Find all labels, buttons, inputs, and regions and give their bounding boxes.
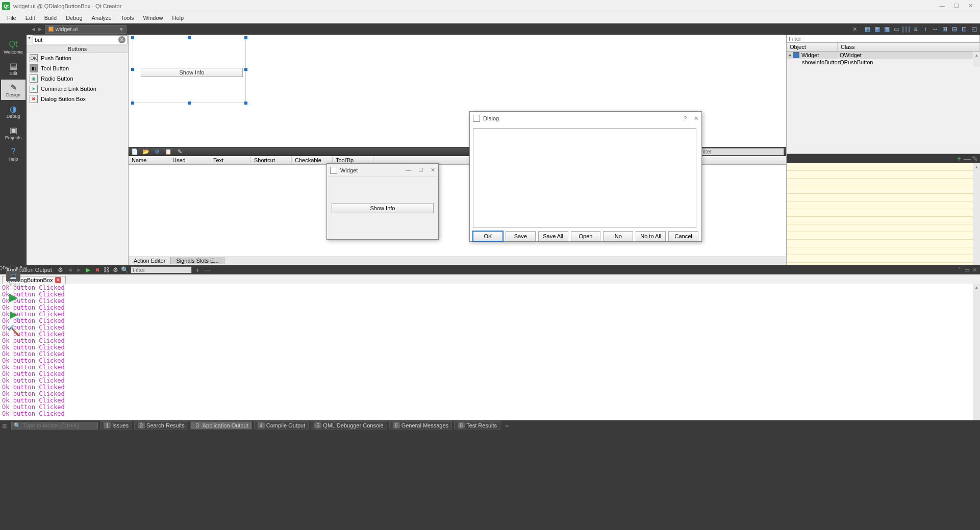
- mode-edit[interactable]: ▤Edit: [1, 58, 26, 79]
- ao-settings-icon[interactable]: ⚙: [57, 266, 64, 273]
- panel-test-results[interactable]: 8Test Results: [454, 421, 500, 430]
- save-button[interactable]: Save: [506, 231, 536, 241]
- no-button[interactable]: No: [603, 231, 633, 241]
- run-button[interactable]: ▶: [9, 291, 18, 304]
- menu-debug[interactable]: Debug: [62, 14, 86, 22]
- ae-icon-open[interactable]: 📂: [142, 147, 150, 156]
- ao-minus-icon[interactable]: —: [203, 266, 210, 273]
- tab-signals-slots[interactable]: Signals Slots E...: [171, 257, 224, 264]
- panel-general-messages[interactable]: 6General Messages: [389, 421, 452, 430]
- sb-toggle-icon[interactable]: ▥: [2, 422, 9, 429]
- close-output-tab-icon[interactable]: ✕: [55, 277, 61, 283]
- mode-help[interactable]: ?Help: [1, 144, 26, 164]
- tool-icon-12[interactable]: ◱: [970, 25, 978, 33]
- mode-debug[interactable]: ◑Debug: [1, 101, 26, 121]
- ao-close-icon[interactable]: ✕: [972, 267, 977, 273]
- mode-design[interactable]: ✎Design: [1, 80, 26, 100]
- ao-run-icon[interactable]: ▶: [85, 266, 92, 273]
- widget-max-icon[interactable]: ☐: [418, 167, 423, 173]
- ao-stop-icon[interactable]: ■: [94, 266, 101, 273]
- dialog-close-icon[interactable]: ✕: [694, 115, 698, 122]
- tool-icon-11[interactable]: ⊡: [960, 25, 968, 33]
- close-file-icon[interactable]: ✕: [852, 26, 857, 33]
- ao-collapse-icon[interactable]: ▭: [964, 267, 969, 273]
- nav-back-icon[interactable]: ◄: [31, 26, 36, 32]
- tab-action-editor[interactable]: Action Editor: [129, 257, 171, 264]
- ao-up-icon[interactable]: ˄: [958, 267, 961, 273]
- ao-prev-icon[interactable]: ◄: [66, 266, 73, 273]
- widgetbox-filter-input[interactable]: [35, 37, 118, 43]
- clear-filter-icon[interactable]: ✕: [118, 36, 125, 43]
- dialog-help-icon[interactable]: ?: [684, 115, 687, 122]
- ao-search-icon[interactable]: 🔍: [121, 266, 129, 273]
- kit-selector[interactable]: 💻: [6, 271, 20, 281]
- locator-input[interactable]: [23, 422, 95, 428]
- prop-remove-icon[interactable]: —: [964, 155, 971, 163]
- tool-icon-5[interactable]: ∣∣∣: [902, 25, 910, 33]
- ao-next-icon[interactable]: ►: [76, 266, 83, 273]
- tree-row-widget[interactable]: ▾Widget QWidget: [787, 52, 980, 59]
- ao-gear-icon[interactable]: ⚙: [112, 266, 119, 273]
- prop-wand-icon[interactable]: ✎: [972, 155, 978, 163]
- open-button[interactable]: Open: [571, 231, 601, 241]
- mode-welcome[interactable]: QtWelcome: [1, 37, 26, 57]
- ae-icon-paste[interactable]: 📋: [164, 147, 172, 156]
- tool-icon-4[interactable]: ▭: [892, 25, 900, 33]
- mode-projects[interactable]: ▣Projects: [1, 122, 26, 143]
- output-console[interactable]: ▴ Ok button ClickedOk button ClickedOk b…: [0, 284, 980, 420]
- save-all-button[interactable]: Save All: [538, 231, 568, 241]
- ae-icon-settings[interactable]: ⚙: [153, 147, 161, 156]
- menu-edit[interactable]: Edit: [21, 14, 39, 22]
- ae-icon-new[interactable]: 📄: [131, 147, 139, 156]
- prop-add-icon[interactable]: ＋: [956, 154, 963, 163]
- menu-tools[interactable]: Tools: [117, 14, 138, 22]
- panels-more-icon[interactable]: ≑: [502, 422, 511, 429]
- ao-filter-input[interactable]: [131, 266, 192, 273]
- ae-icon-wand[interactable]: ✎: [175, 147, 184, 156]
- ao-attach-icon[interactable]: ⛓: [103, 266, 110, 273]
- runtime-widget-window[interactable]: Widget — ☐ ✕ Show Info: [326, 163, 439, 240]
- show-info-button[interactable]: Show Info: [332, 203, 434, 213]
- expand-icon[interactable]: ▾: [789, 53, 791, 58]
- widget-dialog-button-box[interactable]: ✖Dialog Button Box: [27, 94, 128, 104]
- menu-file[interactable]: File: [3, 14, 20, 22]
- panel-issues[interactable]: 1Issues: [100, 421, 132, 430]
- menu-help[interactable]: Help: [168, 14, 188, 22]
- tool-icon-10[interactable]: ⊟: [950, 25, 959, 33]
- tree-row-button[interactable]: showInfoButton QPushButton: [787, 59, 980, 66]
- widget-close-icon[interactable]: ✕: [431, 167, 435, 173]
- inspector-filter-input[interactable]: [787, 35, 980, 43]
- minimize-button[interactable]: —: [939, 3, 945, 9]
- open-file-tab[interactable]: widget.ui ▾: [45, 25, 127, 34]
- tool-icon-7[interactable]: ↕: [921, 25, 929, 33]
- panel-qml-console[interactable]: 5QML Debugger Console: [311, 421, 387, 430]
- widgetbox-dropdown-icon[interactable]: ▾: [27, 35, 32, 45]
- form-widget[interactable]: Show Info: [133, 38, 246, 103]
- widget-tool-button[interactable]: ◧Tool Button: [27, 63, 128, 73]
- file-dropdown-icon[interactable]: ▾: [120, 26, 123, 33]
- show-info-button-design[interactable]: Show Info: [141, 68, 243, 77]
- widget-min-icon[interactable]: —: [406, 167, 411, 173]
- ok-button[interactable]: OK: [473, 231, 503, 241]
- locator[interactable]: 🔍: [11, 422, 98, 430]
- no-to-all-button[interactable]: No to All: [636, 231, 666, 241]
- debug-button[interactable]: ▶●: [10, 308, 17, 320]
- close-button[interactable]: ✕: [968, 3, 973, 9]
- widget-command-link-button[interactable]: ➤Command Link Button: [27, 84, 128, 94]
- panel-app-output[interactable]: 3Application Output: [190, 421, 252, 430]
- widget-push-button[interactable]: OKPush Button: [27, 53, 128, 63]
- tool-icon-9[interactable]: ⊞: [941, 25, 949, 33]
- menu-build[interactable]: Build: [40, 14, 61, 22]
- tool-icon-2[interactable]: ▦: [873, 25, 881, 33]
- panel-search-results[interactable]: 2Search Results: [134, 421, 188, 430]
- runtime-dialog-window[interactable]: Dialog ? ✕ OK Save Save All Open No No t…: [469, 111, 702, 242]
- ae-filter-input[interactable]: [697, 148, 784, 156]
- tool-icon-3[interactable]: ▦: [883, 25, 891, 33]
- tool-icon-6[interactable]: ≡: [912, 25, 920, 33]
- menu-window[interactable]: Window: [139, 14, 167, 22]
- maximize-button[interactable]: ☐: [954, 3, 959, 9]
- ao-plus-icon[interactable]: ＋: [194, 266, 201, 273]
- menu-analyze[interactable]: Analyze: [88, 14, 116, 22]
- tool-icon-1[interactable]: ▦: [863, 25, 871, 33]
- widget-radio-button[interactable]: ◉Radio Button: [27, 73, 128, 84]
